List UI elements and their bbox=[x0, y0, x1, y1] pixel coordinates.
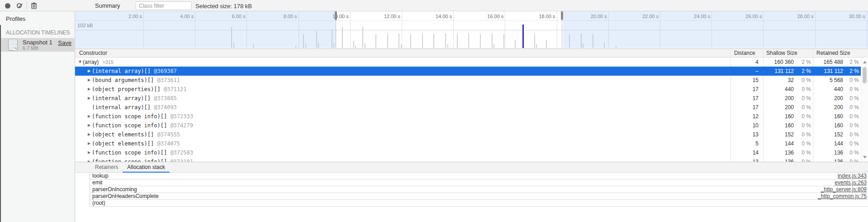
expander-collapsed-icon[interactable]: ▶ bbox=[88, 139, 90, 148]
cell-number: 200 bbox=[813, 94, 845, 103]
sidebar-title: Profiles bbox=[6, 15, 25, 22]
column-header-constructor[interactable]: Constructor bbox=[79, 50, 107, 56]
column-header-shallow-size[interactable]: Shallow Size bbox=[766, 50, 797, 56]
expander-collapsed-icon[interactable]: ▶ bbox=[88, 67, 90, 76]
constructor-name: (internal array)[] @373885 bbox=[92, 94, 177, 103]
scrollbar-up-arrow-icon[interactable] bbox=[863, 61, 867, 63]
constructor-label: (object properties)[] bbox=[92, 86, 161, 92]
stack-frame[interactable]: emitevents.js:263 bbox=[90, 179, 868, 186]
expander-collapsed-icon[interactable]: ▶ bbox=[88, 148, 90, 157]
timeline-tick-label: 14.00 s bbox=[425, 14, 452, 19]
constructor-row[interactable]: ▶(object elements)[] @37407551440 %1440 … bbox=[75, 139, 868, 148]
allocation-bar bbox=[342, 27, 343, 48]
expander-collapsed-icon[interactable]: ▶ bbox=[88, 121, 90, 130]
allocation-bar bbox=[534, 34, 535, 48]
allocation-bar bbox=[398, 34, 399, 48]
cell-number: 160 360 bbox=[763, 58, 796, 67]
vertical-scrollbar[interactable] bbox=[861, 58, 868, 162]
constructor-row[interactable]: ▶(object properties)[] @371121174400 %44… bbox=[75, 85, 868, 94]
allocation-bar bbox=[353, 41, 354, 48]
instance-count: ×315 bbox=[102, 59, 114, 65]
scrollbar-thumb[interactable] bbox=[863, 67, 867, 83]
cell-number: 17 bbox=[730, 85, 760, 94]
cell-percent: 0 % bbox=[845, 148, 860, 157]
cell-percent: 2 % bbox=[796, 58, 812, 67]
selection-handle-left[interactable] bbox=[335, 11, 337, 20]
constructor-row[interactable]: ▼(array)×3154160 3602 %165 4882 % bbox=[75, 58, 868, 67]
constructor-label: (internal array)[] bbox=[92, 95, 151, 101]
constructor-row[interactable]: ▶(function scope info)[] @373181131360 %… bbox=[75, 157, 868, 162]
constructor-row[interactable]: ▶(internal array)[] @369387–131 1122 %13… bbox=[75, 67, 868, 76]
save-link[interactable]: Save bbox=[58, 39, 71, 46]
cell-number: 160 bbox=[763, 121, 796, 130]
source-location-link[interactable]: _http_server.js:809 bbox=[821, 186, 867, 193]
allocation-timeline-overview[interactable]: 2.00 s4.00 s6.00 s8.00 s10.00 s12.00 s14… bbox=[75, 11, 868, 48]
cell-percent: 2 % bbox=[845, 67, 860, 76]
class-filter-input[interactable] bbox=[136, 1, 192, 10]
constructor-name: (object elements)[] @374555 bbox=[92, 130, 180, 139]
cell-percent: 0 % bbox=[796, 139, 812, 148]
cell-number: 136 bbox=[813, 148, 845, 157]
expander-collapsed-icon[interactable]: ▶ bbox=[88, 112, 90, 121]
heap-snapshot-icon-percent: % bbox=[14, 47, 17, 50]
cell-number: 440 bbox=[813, 85, 845, 94]
stack-frame[interactable]: lookupindex.js:343 bbox=[90, 173, 868, 179]
object-id: @373611 bbox=[154, 77, 180, 83]
cell-number: 200 bbox=[763, 103, 796, 112]
source-location-link[interactable]: index.js:343 bbox=[838, 173, 867, 179]
selection-left-line bbox=[336, 20, 336, 48]
source-location-link[interactable]: _http_common.js:75 bbox=[818, 193, 867, 200]
allocation-bar bbox=[468, 34, 469, 48]
expander-collapsed-icon[interactable]: ▶ bbox=[88, 130, 90, 139]
cell-number: 160 bbox=[813, 121, 845, 130]
expander-collapsed-icon[interactable]: ▶ bbox=[88, 85, 90, 94]
cell-percent: 0 % bbox=[796, 148, 812, 157]
stack-frame[interactable]: parserOnIncoming_http_server.js:809 bbox=[90, 186, 868, 193]
clear-button[interactable] bbox=[16, 2, 23, 10]
sidebar-section-allocation-timelines: ALLOCATION TIMELINES bbox=[6, 29, 70, 36]
allocation-bar bbox=[362, 27, 363, 48]
constructor-row[interactable]: ▶(function scope info)[] @372583141360 %… bbox=[75, 148, 868, 157]
expander-collapsed-icon[interactable]: ▶ bbox=[88, 76, 90, 85]
cell-percent: 0 % bbox=[845, 139, 860, 148]
constructor-name: (array)×315 bbox=[83, 58, 114, 67]
column-header-distance[interactable]: Distance bbox=[734, 50, 755, 56]
record-button[interactable] bbox=[4, 2, 11, 10]
constructor-name: (bound arguments)[] @373611 bbox=[92, 76, 180, 85]
constructor-row[interactable]: (internal array)[] @374093172000 %2000 % bbox=[75, 103, 868, 112]
stack-frame[interactable]: parserOnHeadersComplete_http_common.js:7… bbox=[90, 193, 868, 200]
allocation-bar bbox=[447, 44, 448, 48]
delete-profile-button[interactable] bbox=[31, 2, 38, 10]
tab-allocation-stack[interactable]: Allocation stack bbox=[123, 162, 169, 172]
constructor-row[interactable]: ▶(object elements)[] @374555131520 %1520… bbox=[75, 130, 868, 139]
cell-number: 152 bbox=[813, 130, 845, 139]
sidebar-item-snapshot-1[interactable]: % Snapshot 1 6.7 MB Save bbox=[0, 38, 75, 52]
expander-collapsed-icon[interactable]: ▶ bbox=[88, 94, 90, 103]
allocation-bar bbox=[375, 34, 376, 48]
cell-number: 136 bbox=[763, 148, 796, 157]
object-id: @372333 bbox=[167, 113, 193, 120]
constructor-row[interactable]: ▶(bound arguments)[] @37361115320 %5 568… bbox=[75, 76, 868, 85]
constructor-name: (function scope info)[] @373181 bbox=[92, 157, 193, 162]
source-location-link[interactable]: events.js:263 bbox=[835, 179, 867, 186]
allocation-bar bbox=[422, 34, 423, 48]
object-id: @371121 bbox=[161, 86, 187, 92]
cell-percent: 0 % bbox=[796, 130, 812, 139]
column-header-retained-size[interactable]: Retained Size bbox=[816, 50, 850, 56]
constructor-name: (object properties)[] @371121 bbox=[92, 85, 187, 94]
expander-expanded-icon[interactable]: ▼ bbox=[79, 58, 81, 67]
cell-percent: 0 % bbox=[796, 85, 812, 94]
constructor-row[interactable]: ▶(function scope info)[] @372333121600 %… bbox=[75, 112, 868, 121]
expander-collapsed-icon[interactable]: ▶ bbox=[88, 157, 90, 162]
record-icon bbox=[5, 3, 10, 9]
scrollbar-down-arrow-icon[interactable] bbox=[863, 156, 867, 159]
constructor-label: (bound arguments)[] bbox=[92, 77, 154, 83]
snapshot-size: 6.7 MB bbox=[23, 45, 38, 51]
selection-handle-right[interactable] bbox=[561, 11, 563, 20]
constructor-name: (internal array)[] @374093 bbox=[92, 103, 177, 112]
constructor-row[interactable]: ▶(internal array)[] @373885172000 %2000 … bbox=[75, 94, 868, 103]
constructor-row[interactable]: ▶(function scope info)[] @374279101600 %… bbox=[75, 121, 868, 130]
stack-frame[interactable]: (root) bbox=[90, 200, 868, 207]
tab-retainers[interactable]: Retainers bbox=[90, 162, 123, 172]
allocation-bar bbox=[503, 34, 504, 48]
